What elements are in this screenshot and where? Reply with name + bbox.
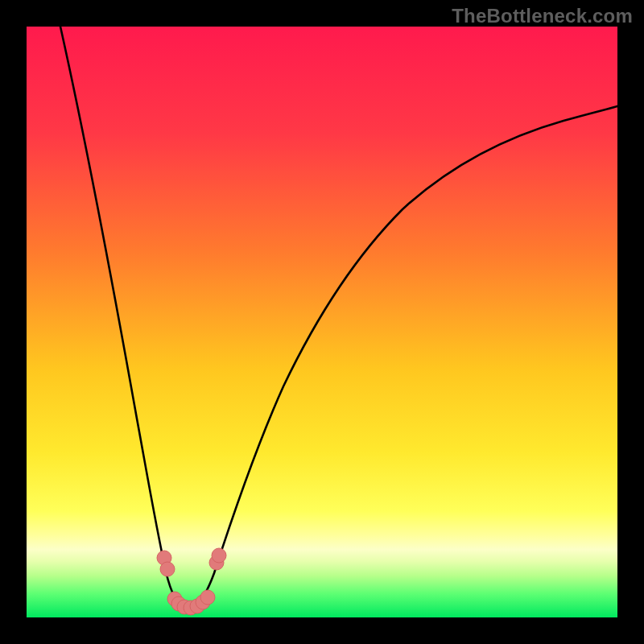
svg-point-1 xyxy=(160,562,175,576)
svg-point-8 xyxy=(200,590,215,605)
svg-point-10 xyxy=(212,548,226,563)
watermark-text: TheBottleneck.com xyxy=(452,5,633,27)
plot-area xyxy=(27,27,617,617)
chart-frame: TheBottleneck.com xyxy=(0,0,644,644)
bottleneck-chart xyxy=(0,0,644,644)
